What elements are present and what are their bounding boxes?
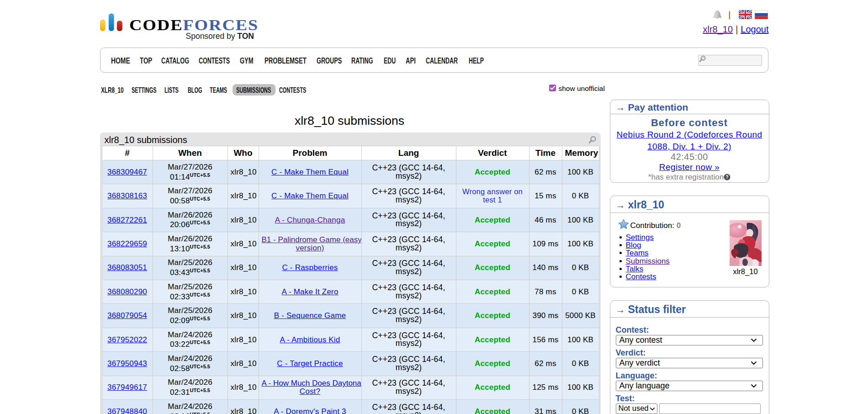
svg-text:?: ?: [725, 174, 728, 180]
